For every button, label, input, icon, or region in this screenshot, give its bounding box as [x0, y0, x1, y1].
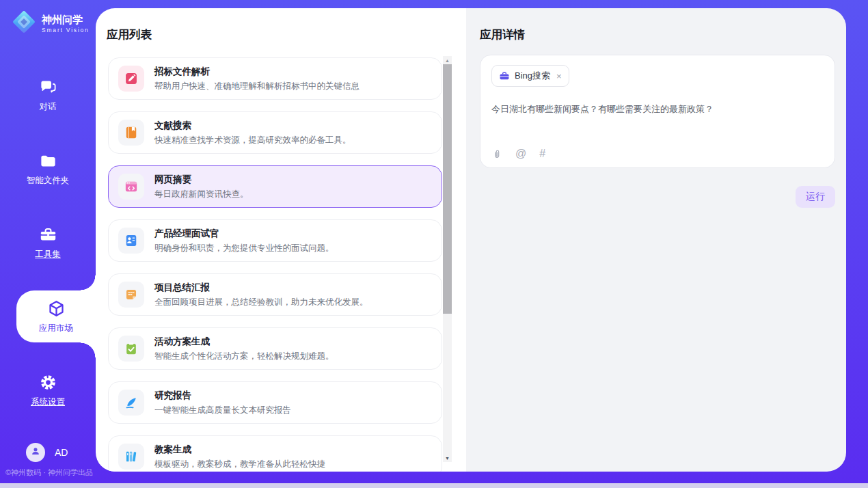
- book-icon: [118, 120, 144, 146]
- toolbox-icon: [39, 226, 57, 244]
- list-item[interactable]: 文献搜索快速精准查找学术资源，提高研究效率的必备工具。: [108, 111, 442, 154]
- list-item[interactable]: 招标文件解析帮助用户快速、准确地理解和解析招标书中的关键信息: [108, 57, 442, 100]
- gear-icon: [39, 373, 57, 392]
- sidebar-item-5[interactable]: 系统设置: [0, 364, 96, 416]
- edit-document-icon: [118, 66, 144, 92]
- app-list-panel: 应用列表 招标文件解析帮助用户快速、准确地理解和解析招标书中的关键信息文献搜索快…: [96, 8, 466, 472]
- app-title: 活动方案生成: [154, 336, 334, 348]
- user-row[interactable]: AD: [26, 443, 68, 462]
- app-description: 一键智能生成高质量长文本研究报告: [154, 405, 291, 416]
- sidebar-item-label: 对话: [40, 101, 57, 113]
- sidebar-item-label: 应用市场: [39, 323, 73, 334]
- user-name: AD: [55, 447, 68, 458]
- prompt-toolbar: @#: [491, 148, 545, 159]
- sidebar-item-label: 系统设置: [31, 396, 65, 408]
- app-title: 网页摘要: [154, 174, 249, 186]
- brand-name: 神州问学: [42, 14, 90, 25]
- sidebar-item-label: 智能文件夹: [27, 175, 70, 187]
- mention-icon[interactable]: @: [515, 148, 526, 159]
- copyright-footer: ©神州数码 · 神州问学出品: [5, 467, 93, 478]
- app-list: 招标文件解析帮助用户快速、准确地理解和解析招标书中的关键信息文献搜索快速精准查找…: [108, 57, 442, 472]
- browser-code-icon: [118, 174, 144, 200]
- person-icon: [29, 445, 42, 460]
- app-description: 模板驱动，教案秒成，教学准备从此轻松快捷: [154, 459, 325, 470]
- app-title: 招标文件解析: [154, 66, 360, 78]
- bottom-strip: [0, 483, 868, 488]
- close-icon[interactable]: ×: [556, 71, 562, 81]
- prompt-input[interactable]: 今日湖北有哪些新闻要点？有哪些需要关注的最新政策？: [491, 103, 824, 116]
- app-title: 产品经理面试官: [154, 228, 334, 240]
- app-detail-title: 应用详情: [480, 27, 525, 42]
- sidebar-item-3[interactable]: 工具集: [0, 217, 96, 269]
- interview-icon: [118, 228, 144, 254]
- list-item[interactable]: 研究报告一键智能生成高质量长文本研究报告: [108, 381, 442, 424]
- scroll-down-icon[interactable]: ▼: [443, 454, 452, 462]
- scrollbar[interactable]: ▲ ▼: [443, 56, 452, 462]
- sidebar: 神州问学 Smart Vision 对话智能文件夹工具集应用市场系统设置 AD …: [0, 0, 96, 488]
- diamond-logo-icon: [11, 9, 37, 38]
- app-description: 智能生成个性化活动方案，轻松解决规划难题。: [154, 351, 334, 362]
- quill-icon: [118, 390, 144, 416]
- prompt-card: Bing搜索 × 今日湖北有哪些新闻要点？有哪些需要关注的最新政策？ @#: [480, 55, 835, 168]
- sidebar-item-2[interactable]: 智能文件夹: [0, 143, 96, 195]
- list-item[interactable]: 网页摘要每日政府新闻资讯快查。: [108, 165, 442, 208]
- list-item[interactable]: 活动方案生成智能生成个性化活动方案，轻松解决规划难题。: [108, 327, 442, 370]
- brand-subtitle: Smart Vision: [42, 27, 90, 33]
- briefcase-icon: [499, 70, 510, 81]
- app-description: 帮助用户快速、准确地理解和解析招标书中的关键信息: [154, 81, 360, 92]
- sidebar-item-1[interactable]: 对话: [0, 69, 96, 121]
- app-detail-panel: 应用详情 Bing搜索 × 今日湖北有哪些新闻要点？有哪些需要关注的最新政策？ …: [466, 8, 846, 472]
- note-icon: [118, 282, 144, 308]
- paperclip-icon[interactable]: [491, 148, 502, 159]
- cube-icon: [47, 299, 66, 318]
- avatar[interactable]: [26, 443, 45, 462]
- app-title: 文献搜索: [154, 120, 351, 132]
- chat-icon: [39, 78, 57, 96]
- list-item[interactable]: 教案生成模板驱动，教案秒成，教学准备从此轻松快捷: [108, 435, 442, 472]
- scroll-up-icon[interactable]: ▲: [443, 56, 452, 64]
- app-title: 项目总结汇报: [154, 282, 368, 294]
- scrollbar-thumb[interactable]: [443, 64, 452, 314]
- folder-icon: [39, 152, 57, 170]
- app-list-title: 应用列表: [107, 27, 152, 42]
- app-description: 每日政府新闻资讯快查。: [154, 189, 249, 200]
- app-title: 教案生成: [154, 444, 325, 456]
- tool-tag-bing[interactable]: Bing搜索 ×: [491, 65, 569, 87]
- list-item[interactable]: 产品经理面试官明确身份和职责，为您提供专业性的面试问题。: [108, 219, 442, 262]
- sidebar-item-label: 工具集: [35, 249, 61, 260]
- content-shell: 应用列表 招标文件解析帮助用户快速、准确地理解和解析招标书中的关键信息文献搜索快…: [96, 8, 846, 472]
- brand: 神州问学 Smart Vision: [11, 9, 90, 38]
- run-button[interactable]: 运行: [796, 186, 835, 208]
- app-description: 明确身份和职责，为您提供专业性的面试问题。: [154, 243, 334, 254]
- clipboard-check-icon: [118, 336, 144, 362]
- sidebar-item-4[interactable]: 应用市场: [16, 290, 96, 342]
- app-description: 全面回顾项目进展，总结经验教训，助力未来优化发展。: [154, 297, 368, 308]
- hash-icon[interactable]: #: [539, 148, 545, 159]
- app-title: 研究报告: [154, 390, 291, 402]
- tool-tag-label: Bing搜索: [515, 70, 550, 82]
- list-item[interactable]: 项目总结汇报全面回顾项目进展，总结经验教训，助力未来优化发展。: [108, 273, 442, 316]
- app-description: 快速精准查找学术资源，提高研究效率的必备工具。: [154, 135, 351, 146]
- books-icon: [118, 444, 144, 470]
